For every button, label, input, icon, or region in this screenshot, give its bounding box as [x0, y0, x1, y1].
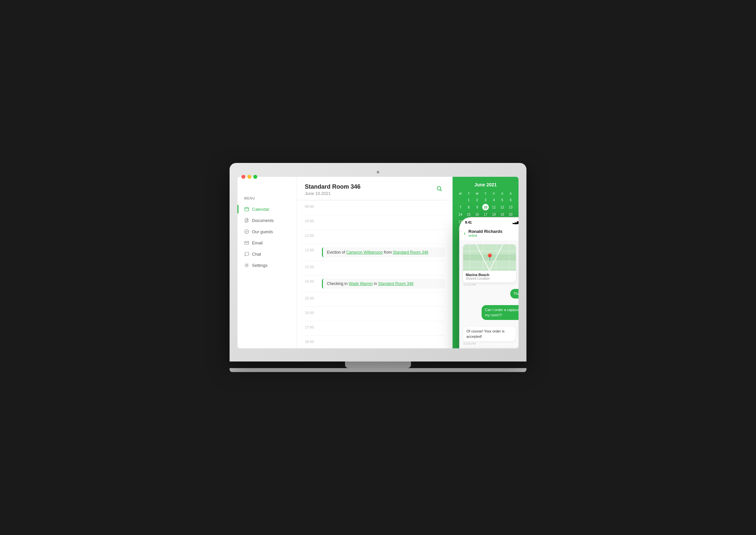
location-name: Marina Beach — [466, 273, 513, 277]
documents-icon — [244, 218, 249, 223]
cal-header-t1: T — [465, 191, 472, 196]
time-1100: 11:00 — [305, 233, 318, 237]
laptop-body: MENU Calendar — [230, 163, 526, 362]
cal-day-11[interactable]: 11 — [490, 204, 497, 210]
sidebar-guests-label: Our guests — [252, 229, 273, 234]
traffic-lights — [241, 175, 257, 179]
cal-day-20[interactable]: 20 — [507, 211, 514, 218]
cal-header-m: M — [457, 191, 464, 196]
chat-contact-name: Ronald Richards — [468, 229, 519, 234]
sidebar-item-calendar[interactable]: Calendar — [237, 204, 297, 215]
sidebar-item-guests[interactable]: Our guests — [237, 226, 297, 237]
sidebar-item-email[interactable]: Email — [237, 237, 297, 248]
ofcourse-message: Of course! Your order is accepted! 10:56… — [463, 327, 516, 345]
sidebar-calendar-label: Calendar — [252, 207, 269, 212]
person-cameron[interactable]: Cameron Williamson — [346, 250, 383, 255]
sidebar-item-settings[interactable]: Settings — [237, 260, 297, 271]
location-sub: Shared Location — [466, 277, 513, 280]
search-button[interactable] — [434, 183, 445, 194]
schedule-row-1700: 17:00 — [305, 321, 445, 335]
map-card: 📍 Marina Beach Shared Location — [463, 244, 516, 282]
minimize-button[interactable] — [247, 175, 251, 179]
cal-day-8[interactable]: 8 — [465, 204, 472, 210]
map-pin-icon: 📍 — [485, 253, 494, 262]
time-1700: 17:00 — [305, 325, 318, 329]
time-1600: 16:00 — [305, 310, 318, 315]
location-msg-time: 10:13 PM — [463, 283, 516, 286]
laptop-screen: MENU Calendar — [237, 177, 519, 348]
cal-day-1[interactable]: 1 — [465, 197, 472, 203]
room-link-2[interactable]: Standard Room 346 — [378, 281, 413, 286]
sidebar: MENU Calendar — [237, 177, 297, 348]
svg-rect-0 — [245, 207, 249, 211]
sidebar-item-chat[interactable]: Chat — [237, 248, 297, 260]
cal-day-14[interactable]: 14 — [457, 211, 464, 218]
schedule-row-1800: 18:00 — [305, 335, 445, 348]
cal-day-18[interactable]: 18 — [490, 211, 497, 218]
svg-rect-2 — [247, 207, 248, 208]
calendar-icon — [244, 206, 249, 212]
phone-status-bar: 9:41 ▂▄▆ — [460, 218, 519, 226]
map-image: 📍 — [463, 244, 516, 271]
main-content: Standard Room 346 June 10.2021 09:00 — [297, 177, 453, 348]
svg-point-6 — [246, 265, 248, 266]
cal-day-13[interactable]: 13 — [507, 204, 514, 210]
cal-day-5[interactable]: 5 — [499, 197, 506, 203]
person-wade[interactable]: Wade Warren — [349, 281, 373, 286]
phone-status-icons: ▂▄▆ — [513, 220, 519, 224]
time-1500: 15:00 — [305, 296, 318, 300]
schedule-row-1500: 15:00 — [305, 292, 445, 306]
close-button[interactable] — [241, 175, 245, 179]
sidebar-documents-label: Documents — [252, 218, 274, 223]
cal-day-19[interactable]: 19 — [499, 211, 506, 218]
phone-shell: 9:41 ▂▄▆ — [459, 217, 519, 348]
laptop-shell: MENU Calendar — [230, 163, 526, 372]
cal-day-17[interactable]: 17 — [482, 211, 489, 218]
cal-day-16[interactable]: 16 — [474, 211, 481, 218]
cal-day-10[interactable]: 10 — [482, 204, 489, 210]
settings-icon — [244, 263, 249, 268]
time-1400: 14:00 — [305, 279, 318, 283]
event-eviction: Eviction of Cameron Williamson from Stan… — [322, 247, 445, 257]
cal-day-9[interactable]: 9 — [474, 204, 481, 210]
ofcourse-bubble: Of course! Your order is accepted! — [463, 327, 516, 341]
cal-header-s1: S — [498, 191, 506, 196]
thanks-bubble: Thanks 👍 — [510, 289, 519, 299]
sidebar-item-documents[interactable]: Documents — [237, 215, 297, 226]
cappuccino-bubble: Can I order a cappuccino to my room?! — [482, 305, 519, 320]
chat-contact-status: online — [468, 234, 519, 237]
svg-point-7 — [437, 187, 441, 190]
back-button[interactable]: ‹ — [464, 230, 466, 237]
phone-messages: 📍 Marina Beach Shared Location 10:13 PM … — [460, 241, 519, 348]
cal-day-6[interactable]: 6 — [507, 197, 514, 203]
maximize-button[interactable] — [253, 175, 257, 179]
schedule-row-1300: 13:00 — [305, 261, 445, 275]
sidebar-settings-label: Settings — [252, 263, 268, 268]
cal-day-15[interactable]: 15 — [465, 211, 472, 218]
guests-icon — [244, 229, 249, 234]
cal-header-f: F — [490, 191, 498, 196]
cal-day-2[interactable]: 2 — [474, 197, 481, 203]
time-1300: 13:00 — [305, 264, 318, 269]
svg-point-4 — [245, 230, 249, 234]
schedule-row-1200: 12:00 Eviction of Cameron Williamson fro… — [305, 244, 445, 261]
laptop-base — [230, 368, 526, 372]
sidebar-chat-label: Chat — [252, 252, 261, 257]
main-header: Standard Room 346 June 10.2021 — [297, 177, 453, 200]
cappuccino-message: Can I order a cappuccino to my room?! 10… — [482, 305, 519, 324]
schedule: 09:00 10:00 11:00 12:00 — [297, 200, 453, 348]
chat-contact-info: Ronald Richards online — [468, 229, 519, 237]
camera — [377, 171, 379, 173]
cal-day-12[interactable]: 12 — [499, 204, 506, 210]
schedule-row-1000: 10:00 — [305, 215, 445, 229]
email-icon — [244, 240, 249, 245]
room-link-1[interactable]: Standard Room 346 — [393, 250, 428, 255]
signal-bars-icon: ▂▄▆ — [513, 221, 519, 224]
chat-icon — [244, 251, 249, 257]
time-1800: 18:00 — [305, 339, 318, 344]
cal-day-3[interactable]: 3 — [482, 197, 489, 203]
cal-day-4[interactable]: 4 — [490, 197, 497, 203]
page-subtitle: June 10.2021 — [305, 191, 361, 196]
cal-day-7[interactable]: 7 — [457, 204, 464, 210]
menu-label: MENU — [237, 197, 297, 204]
